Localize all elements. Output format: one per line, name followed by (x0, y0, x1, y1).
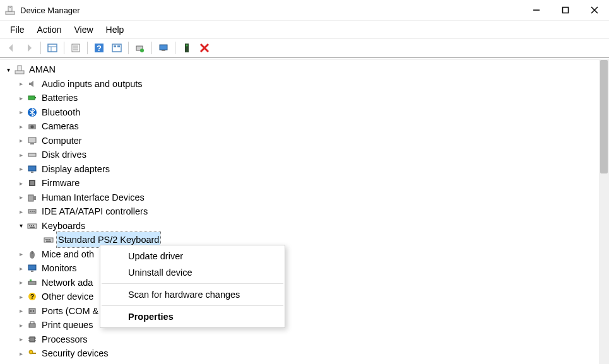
tree-node-other[interactable]: ▸ ? Other device (0, 290, 599, 304)
chevron-right-icon[interactable]: ▸ (16, 136, 25, 146)
tree-node-disk-drives[interactable]: ▸ Disk drives (0, 148, 599, 162)
tree-root[interactable]: ▾ AMAN (0, 62, 599, 77)
tree-node-label: Monitors (40, 261, 78, 276)
chevron-right-icon[interactable]: ▸ (16, 306, 25, 316)
scrollbar-thumb[interactable] (600, 60, 608, 173)
chevron-right-icon[interactable]: ▸ (16, 264, 25, 274)
svg-rect-69 (30, 322, 34, 324)
computer-icon (27, 136, 38, 146)
svg-rect-36 (28, 153, 36, 156)
tree-node-hid[interactable]: ▸ Human Interface Devices (0, 191, 599, 205)
update-driver-tool-button[interactable] (133, 40, 148, 56)
chevron-right-icon[interactable]: ▸ (16, 107, 25, 117)
svg-rect-59 (28, 265, 36, 270)
chevron-right-icon[interactable]: ▸ (16, 292, 25, 302)
forward-button[interactable] (21, 40, 37, 56)
window-title: Device Manager (20, 6, 522, 15)
chevron-right-icon[interactable]: ▸ (16, 207, 25, 217)
chevron-right-icon[interactable]: ▸ (16, 164, 25, 174)
tree-node-label: Batteries (40, 90, 79, 105)
back-button[interactable] (4, 40, 19, 56)
ctx-uninstall-device[interactable]: Uninstall device (100, 264, 285, 281)
tree-node-audio[interactable]: ▸ Audio inputs and outputs (0, 77, 599, 91)
svg-rect-22 (162, 50, 165, 51)
properties-tool-button[interactable] (68, 40, 83, 56)
device-tree[interactable]: ▾ AMAN ▸ Audio inputs and outputs ▸ Batt… (0, 60, 599, 364)
menu-file[interactable]: File (4, 22, 31, 37)
svg-rect-50 (33, 225, 34, 226)
tree-node-display-adapters[interactable]: ▸ Display adapters (0, 162, 599, 177)
maximize-button[interactable] (551, 0, 580, 20)
tree-node-processors[interactable]: ▸ Processors (0, 332, 599, 347)
minimize-button[interactable] (522, 0, 551, 20)
svg-rect-16 (112, 44, 121, 52)
computer-icon (14, 64, 25, 74)
chevron-right-icon[interactable]: ▸ (16, 179, 25, 189)
svg-rect-76 (32, 353, 36, 354)
keyboard-icon (27, 221, 38, 231)
tree-node-security[interactable]: ▸ Security devices (0, 346, 599, 361)
tree-node-bluetooth[interactable]: ▸ Bluetooth (0, 105, 599, 120)
tree-node-cameras[interactable]: ▸ Cameras (0, 119, 599, 134)
help-tool-button[interactable]: ? (92, 40, 107, 56)
svg-rect-42 (33, 196, 36, 200)
chevron-down-icon[interactable]: ▾ (4, 65, 13, 75)
tree-node-mice[interactable]: ▸ Mice and oth (0, 247, 599, 262)
svg-rect-27 (15, 71, 24, 74)
tree-node-label: IDE ATA/ATAPI controllers (40, 204, 149, 219)
tree-node-firmware[interactable]: ▸ Firmware (0, 176, 599, 191)
close-button[interactable] (580, 0, 609, 20)
ctx-scan-hardware[interactable]: Scan for hardware changes (100, 286, 285, 303)
svg-rect-38 (31, 172, 33, 173)
tree-node-keyboards[interactable]: ▾ Keyboards (0, 219, 599, 233)
svg-rect-48 (29, 225, 30, 226)
chevron-down-icon[interactable]: ▾ (16, 221, 25, 231)
toolbar: ? (0, 38, 609, 58)
window-controls (522, 0, 609, 20)
svg-rect-0 (6, 11, 15, 15)
bluetooth-icon (27, 107, 38, 117)
svg-rect-30 (35, 97, 36, 98)
tree-node-ports[interactable]: ▸ Ports (COM & (0, 304, 599, 319)
chevron-right-icon[interactable]: ▸ (16, 192, 25, 203)
svg-rect-4 (563, 8, 569, 13)
chevron-right-icon[interactable]: ▸ (16, 320, 25, 331)
svg-rect-61 (28, 281, 36, 285)
chevron-right-icon[interactable]: ▸ (16, 93, 25, 103)
ctx-properties[interactable]: Properties (100, 308, 285, 325)
tree-node-print-queues[interactable]: ▸ Print queues (0, 318, 599, 332)
tree-node-network[interactable]: ▸ Network ada (0, 276, 599, 290)
chevron-right-icon[interactable]: ▸ (16, 249, 25, 259)
scrollbar[interactable] (599, 60, 609, 364)
svg-point-46 (33, 211, 35, 212)
tree-node-computer[interactable]: ▸ Computer (0, 134, 599, 148)
svg-point-44 (30, 211, 31, 212)
show-hide-tree-button[interactable] (45, 40, 60, 56)
chevron-right-icon[interactable]: ▸ (16, 349, 25, 359)
chevron-right-icon[interactable]: ▸ (16, 79, 25, 89)
scan-hardware-tool-button[interactable] (156, 40, 171, 56)
tree-node-monitors[interactable]: ▸ Monitors (0, 261, 599, 276)
menu-view[interactable]: View (68, 22, 99, 37)
tree-node-label: Network ada (40, 275, 94, 290)
chevron-right-icon[interactable]: ▸ (16, 334, 25, 344)
chevron-right-icon[interactable]: ▸ (16, 150, 25, 160)
tree-leaf-standard-ps2-keyboard[interactable]: Standard PS/2 Keyboard (0, 233, 599, 247)
menu-action[interactable]: Action (31, 22, 68, 37)
tree-node-batteries[interactable]: ▸ Batteries (0, 91, 599, 105)
svg-rect-55 (49, 239, 50, 240)
action-tool-button[interactable] (109, 40, 124, 56)
add-legacy-hardware-button[interactable] (179, 40, 194, 56)
svg-rect-34 (28, 138, 36, 143)
tree-node-ide[interactable]: ▸ IDE ATA/ATAPI controllers (0, 204, 599, 219)
svg-rect-53 (45, 239, 47, 240)
chevron-right-icon[interactable]: ▸ (16, 278, 25, 288)
disk-icon (27, 150, 38, 160)
mouse-icon (27, 249, 38, 259)
chevron-right-icon[interactable]: ▸ (16, 122, 25, 132)
svg-rect-65 (29, 308, 35, 314)
uninstall-device-tool-button[interactable] (197, 40, 212, 56)
tree-node-label: Human Interface Devices (40, 190, 146, 205)
menu-help[interactable]: Help (100, 22, 131, 37)
ctx-update-driver[interactable]: Update driver (100, 248, 285, 264)
